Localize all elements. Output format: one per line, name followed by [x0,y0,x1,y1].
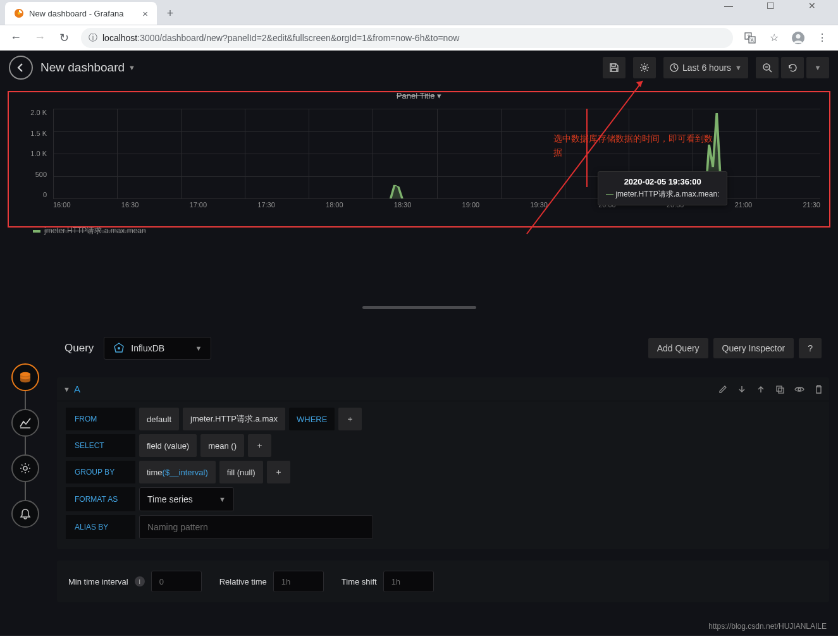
select-field[interactable]: field (value) [139,434,197,457]
window-close-icon[interactable]: ✕ [798,0,827,15]
add-query-button[interactable]: Add Query [648,338,708,358]
time-shift-input[interactable]: 1h [383,571,434,592]
panel-resize-handle[interactable] [362,306,476,309]
save-button[interactable] [603,57,625,78]
collapse-icon[interactable]: ▼ [63,386,70,393]
query-label: Query [65,342,94,355]
relative-time-input[interactable]: 1h [273,571,324,592]
duplicate-icon[interactable] [775,385,784,394]
chart-legend[interactable]: jmeter.HTTP请求.a.max.mean [33,226,146,236]
query-header: Query InfluxDB ▼ Add Query Query Inspect… [57,331,829,366]
influxdb-icon [113,343,125,354]
format-keyword: FORMAT AS [66,487,135,511]
info-icon[interactable]: i [135,576,145,586]
annotation-text: 选中数据库存储数据的时间，即可看到数 据 [553,131,713,160]
grafana-header: New dashboard ▼ Last 6 hours ▼ ▼ [0,51,838,85]
time-range-button[interactable]: Last 6 hours ▼ [663,57,748,78]
min-interval-label: Min time interval [68,577,128,586]
new-tab-button[interactable]: + [161,4,180,23]
legend-swatch [33,230,40,233]
alias-input[interactable]: Naming pattern [139,515,373,539]
format-select[interactable]: Time series▼ [139,487,234,511]
window-maximize-icon[interactable]: ☐ [756,0,785,15]
caret-down-icon: ▼ [219,495,226,503]
clock-icon [670,63,679,72]
groupby-keyword: GROUP BY [66,461,135,483]
address-bar[interactable]: ⓘ localhost:3000/dashboard/new?panelId=2… [81,28,733,48]
svg-rect-17 [777,386,782,391]
query-help-button[interactable]: ? [799,338,822,358]
groupby-add-button[interactable]: ＋ [267,461,290,483]
query-inspector-button[interactable]: Query Inspector [713,338,794,358]
watermark: https://blog.csdn.net/HUJIANLAILE [708,622,827,631]
svg-point-16 [118,347,120,349]
from-keyword: FROM [66,408,135,430]
url-host: localhost [102,33,137,43]
select-agg[interactable]: mean () [200,434,244,457]
select-keyword: SELECT [66,434,135,457]
where-add-button[interactable]: ＋ [338,408,362,430]
url-path: :3000/dashboard/new?panelId=2&edit&fulls… [137,33,459,43]
query-row-header[interactable]: ▼ A [57,377,829,401]
zoom-out-button[interactable] [756,57,779,78]
svg-point-19 [798,388,801,391]
caret-down-icon: ▼ [815,64,822,71]
reload-icon[interactable]: ↻ [53,27,75,49]
query-builder: FROM default jmeter.HTTP请求.a.max WHERE ＋… [57,401,829,549]
visualization-tab[interactable] [11,409,39,437]
site-info-icon[interactable]: ⓘ [89,32,97,44]
grafana-favicon [14,8,24,18]
groupby-time[interactable]: time ($__interval) [139,461,216,483]
groupby-fill[interactable]: fill (null) [219,461,263,483]
window-minimize-icon[interactable]: ― [714,0,743,15]
select-add-button[interactable]: ＋ [248,434,271,457]
refresh-interval-button[interactable]: ▼ [806,57,829,78]
svg-line-10 [769,70,772,72]
query-editor: Query InfluxDB ▼ Add Query Query Inspect… [57,331,829,602]
editor-sidenav [8,363,43,528]
alias-keyword: ALIAS BY [66,515,135,539]
tab-strip: New dashboard - Grafana × + ― ☐ ✕ [0,0,838,25]
datasource-select[interactable]: InfluxDB ▼ [104,337,211,360]
grafana-app: New dashboard ▼ Last 6 hours ▼ ▼ Panel T… [0,51,838,636]
refresh-button[interactable] [781,57,804,78]
move-down-icon[interactable] [737,385,746,394]
query-time-options: Min time interval i 0 Relative time 1h T… [57,561,829,602]
svg-text:A: A [751,38,754,42]
back-icon[interactable]: ← [5,27,27,49]
caret-down-icon: ▼ [735,64,742,71]
browser-chrome: New dashboard - Grafana × + ― ☐ ✕ ← → ↻ … [0,0,838,51]
svg-point-6 [796,34,801,39]
relative-time-label: Relative time [219,577,267,586]
bookmark-star-icon[interactable]: ☆ [763,27,785,49]
from-measurement[interactable]: jmeter.HTTP请求.a.max [183,408,285,430]
svg-point-15 [23,466,27,470]
queries-tab[interactable] [11,363,39,391]
edit-icon[interactable] [718,385,727,394]
from-database[interactable]: default [139,408,179,430]
panel-menu-icon[interactable]: ▾ [437,91,441,100]
general-settings-tab[interactable] [11,454,39,482]
browser-tab[interactable]: New dashboard - Grafana × [5,2,157,25]
delete-icon[interactable] [815,385,823,394]
y-axis: 2.0 K 1.5 K 1.0 K 500 0 [24,109,49,198]
close-tab-icon[interactable]: × [142,8,148,19]
where-keyword[interactable]: WHERE [289,408,335,430]
min-interval-input[interactable]: 0 [151,571,202,592]
alert-tab[interactable] [11,500,39,528]
profile-avatar-icon[interactable] [787,27,809,49]
time-shift-label: Time shift [342,577,377,586]
settings-button[interactable] [633,57,656,78]
toggle-visibility-icon[interactable] [794,385,804,394]
panel-title[interactable]: Panel Title ▾ [393,91,445,100]
back-button[interactable] [9,56,33,80]
tab-title: New dashboard - Grafana [29,9,124,18]
browser-menu-icon[interactable]: ⋮ [811,27,833,49]
dashboard-title[interactable]: New dashboard ▼ [40,61,135,75]
query-row: ▼ A FROM default jmeter.HTTP请求.a.max WHE… [57,377,829,549]
translate-icon[interactable]: 文A [739,27,761,49]
move-up-icon[interactable] [756,385,765,394]
browser-toolbar: ← → ↻ ⓘ localhost:3000/dashboard/new?pan… [0,25,838,51]
query-row-actions [718,385,823,394]
chart-tooltip: 2020-02-05 19:36:00 — jmeter.HTTP请求.a.ma… [598,171,727,205]
